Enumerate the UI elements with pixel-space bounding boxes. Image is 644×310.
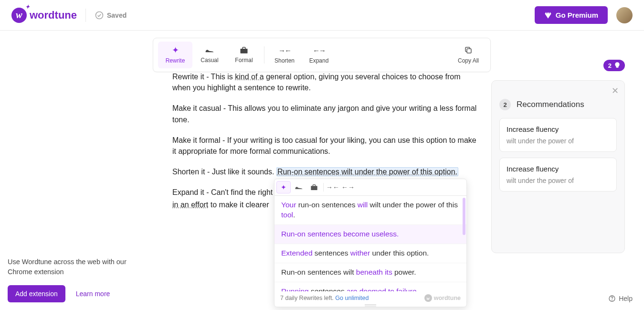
- tool-formal[interactable]: Formal: [227, 42, 261, 68]
- header-right: Go Premium: [535, 6, 633, 24]
- recommendation-card[interactable]: Increase fluencywilt under the power of: [499, 118, 617, 152]
- svg-rect-1: [241, 49, 248, 53]
- suggestion-item[interactable]: Your run-on sentences will wilt under th…: [274, 196, 466, 225]
- suggestions-popup: ✦ →← ←→ Your run-on sentences will wilt …: [274, 179, 467, 307]
- rewrite-toolbar: ✦RewriteCasualFormal→←Shorten←→Expand Co…: [153, 38, 491, 72]
- popup-tool-formal[interactable]: [307, 181, 321, 193]
- popup-tool-expand[interactable]: ←→: [341, 181, 355, 193]
- help-button[interactable]: Help: [608, 295, 633, 302]
- suggestion-item[interactable]: Run-on sentences become useless.: [274, 225, 466, 244]
- copy-all-label: Copy All: [458, 57, 479, 64]
- divider: [264, 46, 264, 64]
- tool-label: Casual: [201, 57, 218, 64]
- popup-tool-casual[interactable]: [292, 181, 306, 193]
- scrollbar[interactable]: [463, 198, 465, 235]
- app-header: w wordtune Saved Go Premium: [0, 0, 644, 31]
- briefcase-icon: [240, 46, 248, 54]
- drag-handle[interactable]: [365, 304, 376, 306]
- sparkle-icon: ✦: [281, 183, 286, 191]
- add-extension-button[interactable]: Add extension: [8, 285, 65, 302]
- rec-count: 2: [499, 99, 511, 110]
- saved-label: Saved: [107, 11, 127, 19]
- paragraph: Rewrite it - This is kind of a general o…: [172, 71, 478, 82]
- suggestion-item[interactable]: Run-on sentences wilt beneath its power.: [274, 263, 466, 282]
- diamond-icon: [544, 11, 552, 19]
- go-premium-button[interactable]: Go Premium: [535, 6, 608, 24]
- selected-text[interactable]: Run-on sentences wilt under the power of…: [276, 167, 458, 176]
- tool-label: Shorten: [274, 57, 295, 64]
- svg-point-5: [612, 300, 612, 300]
- sparkle-icon: ✦: [172, 46, 179, 54]
- suggestion-item[interactable]: Running sentences are doomed to failure.: [274, 282, 466, 291]
- rec-card-title: Increase fluency: [507, 165, 610, 173]
- svg-point-0: [96, 11, 103, 19]
- tool-expand[interactable]: ←→Expand: [302, 42, 336, 68]
- recommendations-badge[interactable]: 2: [603, 60, 625, 71]
- tool-rewrite[interactable]: ✦Rewrite: [158, 42, 192, 68]
- recommendations-panel: ✕ 2 Recommendations Increase fluencywilt…: [491, 80, 625, 253]
- paragraph: Make it casual - This allows you to elim…: [172, 103, 478, 125]
- ext-text: Use Wordtune across the web with our Chr…: [8, 257, 132, 278]
- rec-badge-count: 2: [608, 62, 612, 69]
- suggestion-item[interactable]: Extended sentences wither under this opt…: [274, 244, 466, 263]
- learn-more-link[interactable]: Learn more: [76, 290, 110, 298]
- rec-card-title: Increase fluency: [507, 125, 610, 133]
- go-unlimited-link[interactable]: Go unlimited: [335, 295, 369, 301]
- paragraph: when you highlight a sentence to rewrite…: [172, 82, 478, 93]
- tool-casual[interactable]: Casual: [192, 42, 227, 68]
- popup-tool-shorten[interactable]: →←: [326, 181, 340, 193]
- popup-tool-rewrite[interactable]: ✦: [276, 181, 291, 193]
- paragraph: Shorten it - Just like it sounds. Run-on…: [172, 166, 478, 177]
- tool-label: Rewrite: [166, 57, 185, 64]
- rec-header: 2 Recommendations: [499, 99, 617, 110]
- checkmark-circle-icon: [95, 11, 104, 20]
- tool-label: Expand: [309, 57, 329, 64]
- save-status: Saved: [95, 11, 127, 20]
- svg-rect-3: [311, 186, 317, 190]
- arrows-out-icon: ←→: [341, 183, 355, 191]
- rec-title: Recommendations: [517, 100, 584, 109]
- help-icon: [608, 295, 616, 302]
- premium-label: Go Premium: [556, 11, 598, 19]
- arrows-out-icon: ←→: [313, 46, 325, 54]
- lightbulb-icon: [613, 62, 621, 69]
- divider: [323, 183, 324, 192]
- sneaker-icon: [205, 46, 214, 54]
- header-left: w wordtune Saved: [11, 8, 127, 23]
- extension-promo: Use Wordtune across the web with our Chr…: [8, 257, 132, 303]
- divider: [85, 9, 86, 22]
- logo-mark-icon: w: [424, 294, 432, 302]
- arrows-in-icon: →←: [326, 183, 339, 191]
- paragraph: Make it formal - If your writing is too …: [172, 135, 478, 157]
- briefcase-icon: [310, 184, 318, 191]
- suggestion-list[interactable]: Your run-on sentences will wilt under th…: [274, 196, 466, 291]
- close-icon[interactable]: ✕: [612, 86, 619, 96]
- copy-all-button[interactable]: Copy All: [451, 46, 486, 64]
- svg-rect-2: [467, 49, 471, 53]
- tool-shorten[interactable]: →←Shorten: [267, 42, 302, 68]
- help-label: Help: [619, 295, 633, 302]
- rec-card-subtitle: wilt under the power of: [507, 177, 610, 184]
- logo-mark-icon: w: [11, 8, 27, 23]
- avatar[interactable]: [616, 7, 633, 23]
- copy-icon: [464, 46, 473, 54]
- popup-toolbar: ✦ →← ←→: [274, 179, 466, 196]
- brand-text: wordtune: [30, 9, 77, 21]
- rec-card-subtitle: wilt under the power of: [507, 137, 610, 145]
- logo[interactable]: w wordtune: [11, 8, 77, 23]
- recommendation-card[interactable]: Increase fluencywilt under the power of: [499, 158, 617, 192]
- popup-footer: 7 daily Rewrites left. Go unlimited w wo…: [274, 291, 466, 307]
- tool-label: Formal: [235, 57, 253, 64]
- rewrites-left: 7 daily Rewrites left. Go unlimited: [280, 295, 369, 301]
- popup-brand: w wordtune: [424, 294, 461, 302]
- sneaker-icon: [295, 184, 303, 191]
- arrows-in-icon: →←: [278, 46, 291, 54]
